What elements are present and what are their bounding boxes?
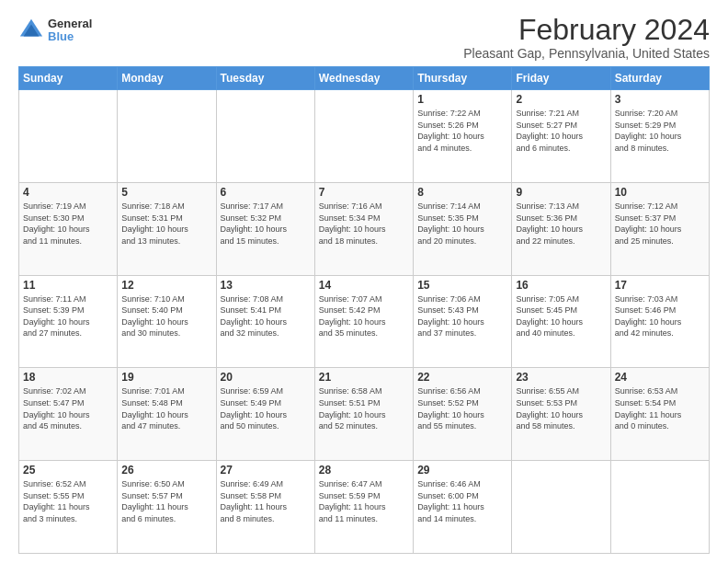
calendar-cell: 22Sunrise: 6:56 AM Sunset: 5:52 PM Dayli… (414, 368, 512, 461)
calendar-cell: 18Sunrise: 7:02 AM Sunset: 5:47 PM Dayli… (19, 368, 118, 461)
page: General Blue February 2024 Pleasant Gap,… (0, 0, 728, 563)
day-info: Sunrise: 7:18 AM Sunset: 5:31 PM Dayligh… (121, 201, 211, 247)
calendar-cell: 25Sunrise: 6:52 AM Sunset: 5:55 PM Dayli… (19, 461, 118, 554)
calendar-cell: 21Sunrise: 6:58 AM Sunset: 5:51 PM Dayli… (314, 368, 413, 461)
day-info: Sunrise: 6:59 AM Sunset: 5:49 PM Dayligh… (221, 385, 311, 431)
day-number: 18 (23, 371, 113, 384)
header: General Blue February 2024 Pleasant Gap,… (18, 14, 710, 61)
calendar-cell (512, 461, 610, 554)
day-number: 2 (516, 93, 606, 106)
main-title: February 2024 (463, 14, 710, 46)
weekday-header-row: SundayMondayTuesdayWednesdayThursdayFrid… (19, 67, 710, 90)
weekday-header-sunday: Sunday (19, 67, 118, 90)
calendar-cell: 7Sunrise: 7:16 AM Sunset: 5:34 PM Daylig… (314, 182, 413, 275)
day-info: Sunrise: 7:20 AM Sunset: 5:29 PM Dayligh… (615, 108, 705, 154)
calendar-cell: 23Sunrise: 6:55 AM Sunset: 5:53 PM Dayli… (512, 368, 610, 461)
day-number: 9 (516, 186, 606, 199)
subtitle: Pleasant Gap, Pennsylvania, United State… (463, 46, 710, 61)
day-info: Sunrise: 7:02 AM Sunset: 5:47 PM Dayligh… (23, 385, 113, 431)
day-number: 29 (417, 464, 507, 477)
day-number: 27 (221, 464, 311, 477)
day-number: 25 (23, 464, 113, 477)
day-info: Sunrise: 7:12 AM Sunset: 5:37 PM Dayligh… (615, 201, 705, 247)
calendar-cell: 9Sunrise: 7:13 AM Sunset: 5:36 PM Daylig… (512, 182, 610, 275)
calendar-cell: 24Sunrise: 6:53 AM Sunset: 5:54 PM Dayli… (610, 368, 709, 461)
day-info: Sunrise: 7:17 AM Sunset: 5:32 PM Dayligh… (221, 201, 311, 247)
logo-general-text: General (48, 17, 92, 30)
day-number: 6 (221, 186, 311, 199)
calendar-cell: 14Sunrise: 7:07 AM Sunset: 5:42 PM Dayli… (314, 275, 413, 368)
weekday-header-saturday: Saturday (610, 67, 709, 90)
day-number: 22 (417, 371, 507, 384)
calendar-header: SundayMondayTuesdayWednesdayThursdayFrid… (19, 67, 710, 90)
day-number: 24 (615, 371, 705, 384)
weekday-header-thursday: Thursday (414, 67, 512, 90)
day-number: 15 (417, 279, 507, 292)
day-number: 23 (516, 371, 606, 384)
calendar-cell: 26Sunrise: 6:50 AM Sunset: 5:57 PM Dayli… (118, 461, 216, 554)
logo-icon (18, 17, 44, 43)
calendar-cell: 13Sunrise: 7:08 AM Sunset: 5:41 PM Dayli… (216, 275, 314, 368)
day-number: 12 (121, 279, 211, 292)
logo: General Blue (18, 17, 92, 44)
day-info: Sunrise: 6:52 AM Sunset: 5:55 PM Dayligh… (23, 478, 113, 524)
calendar-week-4: 25Sunrise: 6:52 AM Sunset: 5:55 PM Dayli… (19, 461, 710, 554)
day-number: 26 (121, 464, 211, 477)
calendar-cell: 2Sunrise: 7:21 AM Sunset: 5:27 PM Daylig… (512, 90, 610, 183)
calendar-cell (610, 461, 709, 554)
day-info: Sunrise: 7:21 AM Sunset: 5:27 PM Dayligh… (516, 108, 606, 154)
day-info: Sunrise: 7:11 AM Sunset: 5:39 PM Dayligh… (23, 293, 113, 339)
day-number: 7 (319, 186, 409, 199)
logo-text: General Blue (48, 17, 92, 44)
day-number: 28 (319, 464, 409, 477)
day-info: Sunrise: 7:19 AM Sunset: 5:30 PM Dayligh… (23, 201, 113, 247)
calendar-cell: 16Sunrise: 7:05 AM Sunset: 5:45 PM Dayli… (512, 275, 610, 368)
day-number: 16 (516, 279, 606, 292)
calendar-cell: 17Sunrise: 7:03 AM Sunset: 5:46 PM Dayli… (610, 275, 709, 368)
calendar-body: 1Sunrise: 7:22 AM Sunset: 5:26 PM Daylig… (19, 90, 710, 554)
calendar-cell: 1Sunrise: 7:22 AM Sunset: 5:26 PM Daylig… (414, 90, 512, 183)
day-number: 17 (615, 279, 705, 292)
calendar-cell: 20Sunrise: 6:59 AM Sunset: 5:49 PM Dayli… (216, 368, 314, 461)
day-number: 5 (121, 186, 211, 199)
day-info: Sunrise: 6:56 AM Sunset: 5:52 PM Dayligh… (417, 385, 507, 431)
calendar-cell: 12Sunrise: 7:10 AM Sunset: 5:40 PM Dayli… (118, 275, 216, 368)
day-number: 4 (23, 186, 113, 199)
calendar-cell: 11Sunrise: 7:11 AM Sunset: 5:39 PM Dayli… (19, 275, 118, 368)
calendar-cell: 27Sunrise: 6:49 AM Sunset: 5:58 PM Dayli… (216, 461, 314, 554)
day-number: 11 (23, 279, 113, 292)
calendar-cell: 29Sunrise: 6:46 AM Sunset: 6:00 PM Dayli… (414, 461, 512, 554)
day-number: 13 (221, 279, 311, 292)
calendar-cell: 19Sunrise: 7:01 AM Sunset: 5:48 PM Dayli… (118, 368, 216, 461)
day-number: 14 (319, 279, 409, 292)
day-number: 10 (615, 186, 705, 199)
day-number: 3 (615, 93, 705, 106)
day-info: Sunrise: 6:49 AM Sunset: 5:58 PM Dayligh… (221, 478, 311, 524)
calendar-cell: 4Sunrise: 7:19 AM Sunset: 5:30 PM Daylig… (19, 182, 118, 275)
logo-blue-text: Blue (48, 30, 92, 43)
calendar-cell: 28Sunrise: 6:47 AM Sunset: 5:59 PM Dayli… (314, 461, 413, 554)
calendar-cell: 6Sunrise: 7:17 AM Sunset: 5:32 PM Daylig… (216, 182, 314, 275)
day-number: 20 (221, 371, 311, 384)
calendar-week-0: 1Sunrise: 7:22 AM Sunset: 5:26 PM Daylig… (19, 90, 710, 183)
calendar-cell: 5Sunrise: 7:18 AM Sunset: 5:31 PM Daylig… (118, 182, 216, 275)
calendar-week-2: 11Sunrise: 7:11 AM Sunset: 5:39 PM Dayli… (19, 275, 710, 368)
day-info: Sunrise: 6:46 AM Sunset: 6:00 PM Dayligh… (417, 478, 507, 524)
day-info: Sunrise: 6:58 AM Sunset: 5:51 PM Dayligh… (319, 385, 409, 431)
weekday-header-wednesday: Wednesday (314, 67, 413, 90)
title-block: February 2024 Pleasant Gap, Pennsylvania… (463, 14, 710, 61)
calendar-cell (216, 90, 314, 183)
day-info: Sunrise: 7:05 AM Sunset: 5:45 PM Dayligh… (516, 293, 606, 339)
day-info: Sunrise: 7:06 AM Sunset: 5:43 PM Dayligh… (417, 293, 507, 339)
day-number: 1 (417, 93, 507, 106)
calendar-cell (314, 90, 413, 183)
calendar-cell: 3Sunrise: 7:20 AM Sunset: 5:29 PM Daylig… (610, 90, 709, 183)
day-info: Sunrise: 7:08 AM Sunset: 5:41 PM Dayligh… (221, 293, 311, 339)
day-number: 8 (417, 186, 507, 199)
day-info: Sunrise: 6:55 AM Sunset: 5:53 PM Dayligh… (516, 385, 606, 431)
day-number: 21 (319, 371, 409, 384)
day-info: Sunrise: 6:47 AM Sunset: 5:59 PM Dayligh… (319, 478, 409, 524)
calendar-week-3: 18Sunrise: 7:02 AM Sunset: 5:47 PM Dayli… (19, 368, 710, 461)
day-info: Sunrise: 6:53 AM Sunset: 5:54 PM Dayligh… (615, 385, 705, 431)
calendar-cell: 8Sunrise: 7:14 AM Sunset: 5:35 PM Daylig… (414, 182, 512, 275)
